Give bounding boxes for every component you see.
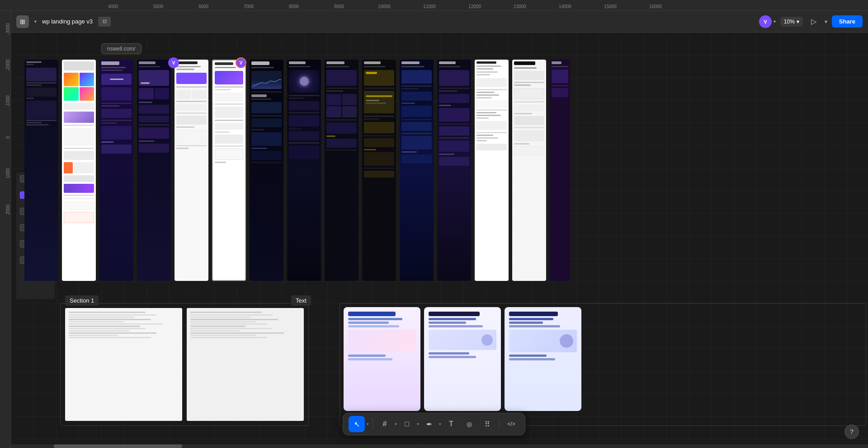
ruler-mark: 10000 [362, 4, 407, 10]
document-title: wp landing page v3 [42, 18, 93, 25]
zoom-value: 10% [784, 19, 795, 25]
url-suggestion: nswell.com/ [101, 43, 142, 54]
text-tool-button[interactable]: T [443, 416, 459, 432]
page-thumb-9[interactable] [325, 60, 359, 281]
play-icon: ▷ [811, 17, 816, 26]
ruler-mark: 5000 [136, 4, 181, 10]
toolbar-separator-2 [499, 419, 500, 429]
bottom-frames-area [58, 301, 868, 428]
code-view-button[interactable]: </> [503, 416, 519, 432]
document-page-1 [65, 308, 182, 421]
ruler-mark: 11000 [407, 4, 452, 10]
page-thumb-1[interactable] [24, 60, 58, 281]
shape-tool-group: □ ▾ [399, 416, 419, 432]
select-dropdown-arrow-icon[interactable]: ▾ [367, 422, 369, 426]
document-page-2 [187, 308, 304, 421]
page-thumb-4[interactable] [137, 60, 171, 281]
pen-icon: ✒ [426, 420, 432, 429]
ruler-mark: 7000 [226, 4, 271, 10]
page-thumb-6[interactable] [212, 60, 246, 281]
user-avatar: V [759, 15, 772, 28]
page-thumb-11[interactable] [400, 60, 434, 281]
frame-tool-group: # ▾ [377, 416, 397, 432]
ruler-left-mark: 1000 [4, 155, 10, 191]
ruler-mark: 14000 [542, 4, 588, 10]
page-thumb-8[interactable] [287, 60, 321, 281]
ruler-mark: 6000 [181, 4, 226, 10]
frame-icon: # [383, 420, 387, 428]
finance-card-2 [424, 307, 501, 411]
pen-tool-group: ✒ ▾ [421, 416, 441, 432]
finance-card-1 [344, 307, 420, 411]
ruler-mark: 8000 [271, 4, 316, 10]
pen-tool-button[interactable]: ✒ [421, 416, 437, 432]
text-icon: T [449, 420, 453, 428]
horizontal-scrollbar[interactable] [11, 444, 868, 448]
toolbar-separator-1 [373, 419, 373, 429]
more-icon: ⠿ [485, 420, 490, 429]
question-mark-icon: ? [850, 428, 854, 435]
ruler-mark: 15000 [588, 4, 633, 10]
text-frame[interactable] [340, 303, 866, 426]
shape-dropdown-arrow-icon[interactable]: ▾ [417, 422, 419, 426]
component-tool-button[interactable]: ◎ [461, 416, 477, 432]
play-button[interactable]: ▷ [807, 15, 820, 28]
select-tool-button[interactable]: ↖ [349, 416, 365, 432]
page-icon: ⊡ [103, 19, 107, 24]
cursor-icon: ↖ [354, 420, 360, 429]
section-gap [311, 301, 338, 428]
pages-thumbnails-area: VARZEA [24, 60, 863, 294]
finance-card-3 [505, 307, 581, 411]
avatar-dropdown[interactable]: V ▾ [759, 15, 776, 28]
page-thumb-2[interactable] [62, 60, 96, 281]
ruler-left-mark: 2000 [4, 191, 10, 228]
ruler-left: -3000 -2000 -1000 0 1000 2000 [0, 11, 11, 448]
ruler-mark: 4000 [90, 4, 136, 10]
frame-tool-button[interactable]: # [377, 416, 393, 432]
ruler-mark: 16000 [633, 4, 678, 10]
share-button[interactable]: Share [832, 15, 863, 28]
help-button[interactable]: ? [844, 425, 859, 439]
bottom-toolbar: ↖ ▾ # ▾ □ ▾ ✒ ▾ T ◎ ⠿ </> [343, 413, 525, 435]
app-logo[interactable]: ⊞ [16, 15, 29, 28]
page-thumb-12[interactable] [437, 60, 471, 281]
design-canvas[interactable]: V V [11, 33, 868, 448]
page-thumb-7[interactable] [250, 60, 283, 281]
page-thumb-14[interactable]: VARZEA [512, 60, 546, 281]
collaborator-2-avatar: V [236, 57, 246, 68]
page-thumb-5[interactable] [175, 60, 208, 281]
ruler-left-mark: 0 [4, 119, 10, 155]
code-icon: </> [507, 421, 515, 427]
ruler-top: 4000 5000 6000 7000 8000 9000 10000 1100… [0, 0, 868, 11]
page-thumb-15[interactable] [550, 60, 570, 281]
pen-dropdown-arrow-icon[interactable]: ▾ [439, 422, 441, 426]
zoom-control[interactable]: 10% ▾ [780, 17, 803, 27]
avatar-chevron-icon: ▾ [774, 19, 776, 24]
frame-dropdown-arrow-icon[interactable]: ▾ [395, 422, 397, 426]
chevron-icon[interactable]: ▾ [34, 19, 37, 24]
header-bar: ⊞ ▾ wp landing page v3 ⊡ nswell.com/ V ▾… [11, 11, 868, 33]
collaborator-1-avatar: V [168, 57, 179, 68]
select-tool-group: ↖ ▾ [349, 416, 369, 432]
ruler-mark: 12000 [452, 4, 497, 10]
header-right-controls: V ▾ 10% ▾ ▷ ▾ Share [759, 15, 863, 28]
logo-icon: ⊞ [20, 18, 25, 25]
page-thumb-13[interactable] [475, 60, 509, 281]
shape-icon: □ [405, 420, 409, 428]
pages-panel-toggle[interactable]: ⊡ [98, 17, 111, 27]
shape-tool-button[interactable]: □ [399, 416, 415, 432]
page-thumb-10[interactable] [362, 60, 396, 281]
component-icon: ◎ [467, 420, 472, 428]
ruler-left-mark: -1000 [4, 83, 10, 119]
page-thumb-3[interactable] [99, 60, 133, 281]
section-1-frame[interactable] [60, 303, 309, 426]
ruler-mark: 13000 [497, 4, 542, 10]
more-tools-button[interactable]: ⠿ [479, 416, 495, 432]
ruler-left-mark: -3000 [4, 11, 10, 47]
ruler-left-mark: -2000 [4, 47, 10, 83]
play-dropdown-chevron-icon[interactable]: ▾ [825, 19, 827, 25]
text-section-label: Text [291, 295, 311, 306]
section-1-label: Section 1 [65, 295, 99, 306]
scrollbar-thumb[interactable] [54, 444, 182, 448]
ruler-mark: 9000 [316, 4, 362, 10]
